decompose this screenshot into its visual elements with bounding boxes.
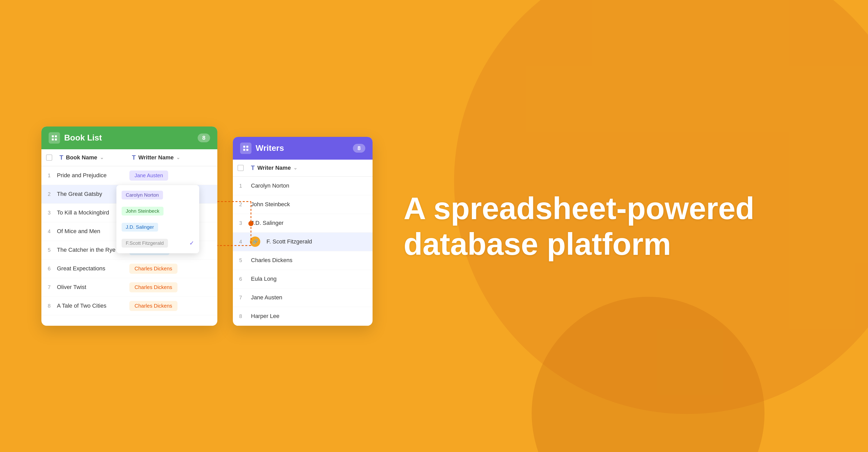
book-list-grid-icon <box>49 132 60 144</box>
dropdown-item-fitzgerald[interactable]: F.Scott Fitzgerald ✓ <box>117 235 199 251</box>
book-list-table: T Book Name ⌄ T Writter Name ⌄ 1 Pride a… <box>41 149 217 315</box>
row-num-6: 6 <box>41 266 57 272</box>
svg-rect-9 <box>246 146 248 148</box>
writer-name-4: F. Scott Fitzgerald <box>264 238 373 245</box>
writer-num-8: 8 <box>233 313 248 319</box>
svg-rect-1 <box>55 135 57 138</box>
writer-name-col-label: Writter Name <box>138 154 174 161</box>
book-name-sort[interactable]: ⌄ <box>100 155 104 160</box>
writer-row-7: 7 Jane Austen <box>233 289 373 307</box>
book-row-7: 7 Oliver Twist Charles Dickens <box>41 278 217 297</box>
author-chip-1: Jane Austen <box>129 171 168 181</box>
writer-name-8: Harper Lee <box>248 313 373 320</box>
dropdown-check-icon: ✓ <box>189 240 194 247</box>
book-name-col-header: T Book Name ⌄ <box>57 154 129 161</box>
writers-title: Writers <box>256 143 349 153</box>
row-num-1: 1 <box>41 173 57 179</box>
writer-num-1: 1 <box>233 183 248 189</box>
book-name-6: Great Expectations <box>57 265 129 272</box>
book-row-6: 6 Great Expectations Charles Dickens <box>41 260 217 278</box>
author-chip-6: Charles Dickens <box>129 264 178 274</box>
author-7: Charles Dickens <box>129 282 217 292</box>
dropdown-chip-fitzgerald: F.Scott Fitzgerald <box>122 239 168 248</box>
svg-rect-11 <box>246 149 248 151</box>
dropdown-item-steinbeck[interactable]: John Steinbeck <box>117 203 199 219</box>
author-chip-7: Charles Dickens <box>129 282 178 292</box>
writer-name-5: Charles Dickens <box>248 257 373 264</box>
writers-grid-icon <box>240 143 251 154</box>
writer-name-3: J.D. Salinger <box>248 220 373 227</box>
row-num-7: 7 <box>41 284 57 290</box>
row-num-4: 4 <box>41 229 57 234</box>
author-1: Jane Austen <box>129 171 217 181</box>
book-list-col-headers: T Book Name ⌄ T Writter Name ⌄ <box>41 149 217 167</box>
svg-rect-8 <box>243 146 245 148</box>
book-name-col-label: Book Name <box>66 154 97 161</box>
book-row-8: 8 A Tale of Two Cities Charles Dickens <box>41 297 217 315</box>
writer-row-8: 8 Harper Lee <box>233 307 373 326</box>
writer-name-7: Jane Austen <box>248 294 373 301</box>
connector-svg <box>212 194 264 271</box>
writers-select-all[interactable] <box>233 165 248 171</box>
writers-badge: 8 <box>353 144 365 153</box>
book-row-1: 1 Pride and Prejudice Jane Austen <box>41 167 217 185</box>
writer-col-sort[interactable]: ⌄ <box>293 165 297 171</box>
writer-name-6: Eula Long <box>248 275 373 282</box>
headline-line1: A spreadsheet-powered <box>404 191 754 225</box>
select-all-check[interactable] <box>41 154 57 161</box>
writer-col-label: Writer Name <box>257 164 291 171</box>
dropdown-chip-salinger: J.D. Salinger <box>122 223 158 232</box>
svg-rect-0 <box>52 135 54 138</box>
dropdown-chip-steinbeck: John Steinbeck <box>122 207 163 215</box>
book-name-7: Oliver Twist <box>57 284 129 291</box>
svg-rect-10 <box>243 149 245 151</box>
author-8: Charles Dickens <box>129 301 217 311</box>
author-dropdown[interactable]: Carolyn Norton John Steinbeck J.D. Salin… <box>117 185 199 253</box>
row-num-5: 5 <box>41 247 57 253</box>
row-num-8: 8 <box>41 303 57 309</box>
writers-header: Writers 8 <box>233 137 373 160</box>
dropdown-chip-carolyn: Carolyn Norton <box>122 191 163 200</box>
row-num-3: 3 <box>41 210 57 216</box>
writer-num-6: 6 <box>233 276 248 282</box>
dropdown-item-carolyn[interactable]: Carolyn Norton <box>117 187 199 203</box>
author-chip-8: Charles Dickens <box>129 301 178 311</box>
svg-rect-3 <box>55 139 57 141</box>
writer-name-2: John Steinbeck <box>248 201 373 208</box>
writer-row-6: 6 Eula Long <box>233 270 373 289</box>
svg-rect-2 <box>52 139 54 141</box>
svg-point-7 <box>248 221 253 226</box>
book-name-1: Pride and Prejudice <box>57 172 129 179</box>
dropdown-item-salinger[interactable]: J.D. Salinger <box>117 219 199 235</box>
book-list-title: Book List <box>64 133 193 143</box>
book-list-card: Book List 8 T Book Name ⌄ T Wri <box>41 126 217 326</box>
book-name-t-icon: T <box>60 154 63 161</box>
writer-name-sort[interactable]: ⌄ <box>176 155 180 160</box>
book-name-8: A Tale of Two Cities <box>57 302 129 309</box>
writer-col-t-icon: T <box>251 164 255 172</box>
row-num-2: 2 <box>41 191 57 197</box>
writers-col-headers: T Writer Name ⌄ <box>233 160 373 177</box>
writer-num-7: 7 <box>233 295 248 301</box>
headline-line2: database platform <box>404 227 671 261</box>
writer-name-col-header: T Writter Name ⌄ <box>129 154 217 161</box>
right-text-area: A spreadsheet-powered database platform <box>373 190 827 262</box>
headline-text: A spreadsheet-powered database platform <box>404 190 827 262</box>
book-list-header: Book List 8 <box>41 126 217 149</box>
book-row-2: 2 The Great Gatsby F. Scott Fitzgerald 🔗… <box>41 185 217 204</box>
writer-name-t-icon: T <box>132 154 136 161</box>
writer-name-col: T Writer Name ⌄ <box>248 164 373 172</box>
writer-row-1: 1 Carolyn Norton <box>233 177 373 195</box>
writer-name-1: Carolyn Norton <box>248 182 373 189</box>
book-list-badge: 8 <box>198 133 210 142</box>
author-6: Charles Dickens <box>129 264 217 274</box>
